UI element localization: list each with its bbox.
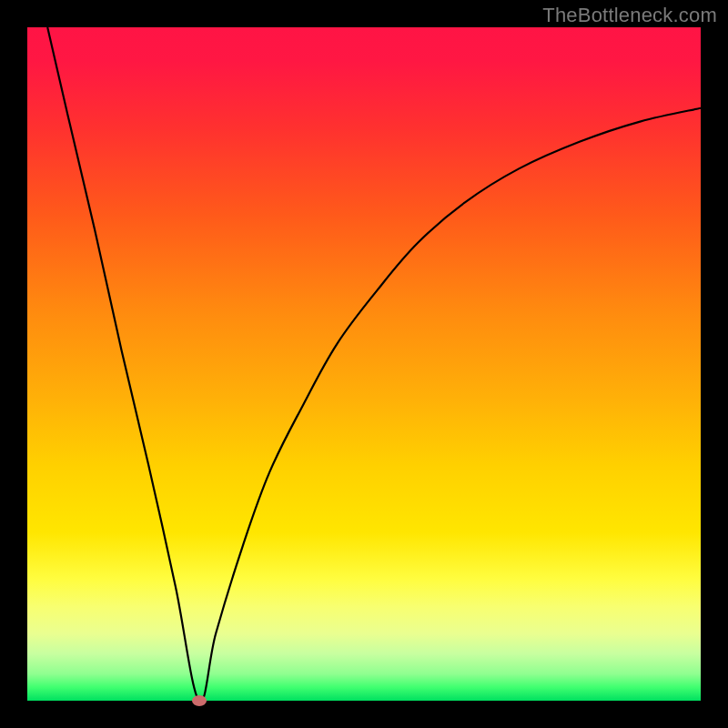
- plot-area: [27, 27, 701, 701]
- minimum-marker: [192, 695, 207, 706]
- curve-svg: [27, 27, 701, 701]
- bottleneck-curve: [47, 27, 701, 702]
- watermark-text: TheBottleneck.com: [542, 4, 717, 27]
- chart-frame: TheBottleneck.com: [0, 0, 728, 728]
